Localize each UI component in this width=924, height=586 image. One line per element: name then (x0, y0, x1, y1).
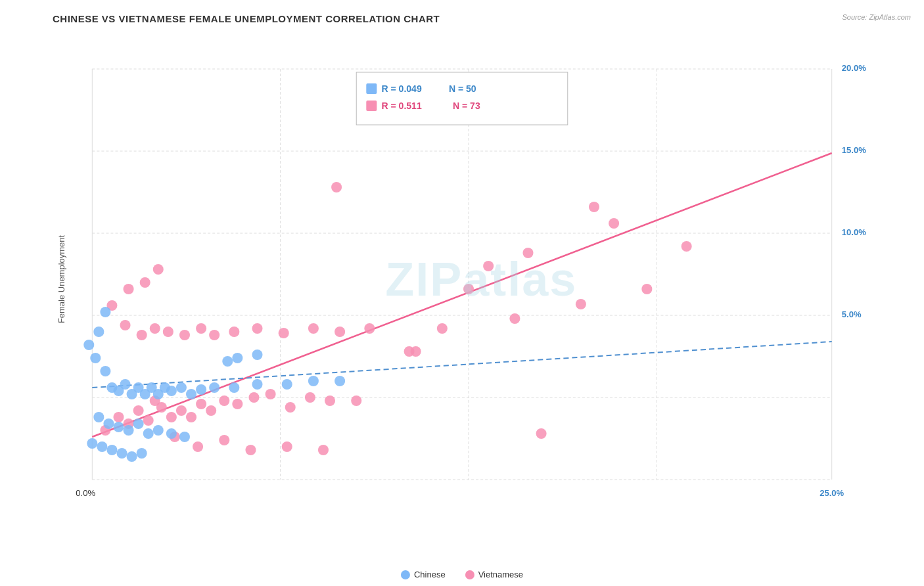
svg-point-125 (335, 376, 345, 386)
svg-point-104 (93, 412, 104, 422)
svg-point-74 (509, 313, 520, 324)
chinese-legend-dot (401, 570, 410, 579)
svg-point-48 (124, 284, 134, 294)
svg-point-60 (279, 328, 289, 338)
svg-point-31 (143, 415, 154, 426)
svg-text:R = 0.049: R = 0.049 (381, 83, 422, 94)
svg-point-64 (331, 182, 342, 192)
svg-text:10.0%: 10.0% (842, 227, 866, 237)
svg-point-122 (222, 356, 233, 367)
scatter-chart: 20.0% 15.0% 10.0% 5.0% 0.0% 25.0% Female… (53, 30, 871, 529)
svg-rect-22 (366, 101, 377, 111)
legend-item-chinese: Chinese (401, 570, 446, 579)
svg-point-103 (308, 376, 319, 386)
svg-point-115 (106, 445, 117, 455)
svg-point-51 (120, 320, 130, 330)
svg-point-50 (153, 264, 164, 275)
svg-point-101 (252, 379, 262, 390)
svg-rect-18 (356, 72, 568, 125)
svg-point-68 (589, 202, 599, 212)
svg-point-73 (437, 323, 448, 334)
svg-point-82 (318, 445, 329, 455)
svg-point-100 (229, 382, 239, 393)
svg-point-78 (193, 441, 203, 452)
svg-point-112 (179, 432, 190, 442)
svg-point-69 (609, 218, 619, 229)
svg-point-97 (186, 389, 196, 399)
svg-point-114 (97, 441, 107, 452)
legend-item-vietnamese: Vietnamese (465, 570, 523, 579)
svg-point-49 (140, 277, 150, 288)
svg-point-96 (176, 382, 187, 393)
svg-point-54 (163, 327, 173, 337)
svg-point-113 (87, 438, 97, 449)
svg-point-53 (150, 323, 160, 334)
svg-point-76 (536, 428, 547, 439)
chart-area: ZIPatlas 20.0% 15.0% 10.0% 5.0% 0.0% 25.… (53, 30, 871, 529)
vietnamese-legend-label: Vietnamese (478, 570, 523, 579)
svg-point-56 (196, 323, 206, 334)
svg-rect-19 (366, 83, 377, 94)
svg-point-80 (245, 445, 256, 455)
svg-point-118 (137, 448, 147, 459)
svg-point-42 (266, 389, 276, 399)
svg-point-102 (282, 379, 292, 390)
svg-point-41 (248, 392, 259, 403)
svg-point-35 (176, 405, 187, 416)
svg-point-45 (325, 395, 335, 406)
svg-point-108 (133, 418, 144, 429)
svg-point-88 (120, 379, 130, 390)
svg-point-119 (83, 340, 94, 350)
svg-point-71 (641, 284, 652, 294)
svg-point-67 (463, 284, 474, 294)
svg-text:R =  0.511: R = 0.511 (381, 101, 422, 111)
svg-point-43 (285, 402, 296, 413)
svg-point-55 (179, 330, 190, 340)
svg-text:Female Unemployment: Female Unemployment (57, 235, 66, 324)
svg-point-62 (335, 327, 345, 337)
chinese-legend-label: Chinese (414, 570, 446, 579)
svg-point-83 (411, 346, 421, 357)
svg-point-57 (209, 330, 219, 340)
svg-point-59 (252, 323, 262, 334)
source-text: Source: ZipAtlas.com (842, 13, 911, 21)
svg-point-46 (351, 395, 361, 406)
svg-point-75 (576, 299, 586, 309)
svg-point-107 (124, 425, 134, 436)
svg-point-98 (196, 384, 206, 395)
svg-point-34 (166, 412, 177, 422)
svg-point-44 (305, 392, 315, 403)
svg-text:25.0%: 25.0% (820, 488, 844, 498)
svg-text:5.0%: 5.0% (842, 309, 862, 319)
svg-point-84 (90, 353, 101, 363)
svg-point-33 (156, 402, 167, 413)
svg-point-70 (681, 241, 692, 252)
svg-point-66 (522, 248, 533, 258)
svg-point-106 (113, 422, 124, 432)
svg-point-116 (116, 448, 127, 459)
svg-point-38 (206, 405, 216, 416)
svg-point-123 (232, 353, 243, 363)
svg-point-28 (113, 412, 124, 422)
svg-text:N = 73: N = 73 (453, 101, 480, 111)
svg-point-121 (100, 307, 110, 317)
svg-text:0.0%: 0.0% (76, 488, 95, 498)
svg-point-117 (127, 451, 137, 462)
svg-point-40 (232, 399, 243, 409)
svg-point-99 (209, 382, 219, 393)
svg-point-111 (166, 428, 177, 439)
svg-point-65 (483, 261, 494, 271)
svg-point-63 (364, 323, 375, 334)
svg-text:20.0%: 20.0% (842, 63, 866, 73)
svg-point-61 (308, 323, 319, 334)
svg-point-81 (282, 441, 292, 452)
svg-point-52 (137, 330, 147, 340)
vietnamese-legend-dot (465, 570, 474, 579)
svg-point-85 (100, 366, 110, 376)
svg-point-120 (93, 327, 104, 337)
svg-point-95 (166, 386, 177, 396)
svg-point-109 (143, 428, 154, 439)
svg-point-79 (219, 435, 229, 445)
svg-point-105 (103, 418, 114, 429)
svg-text:15.0%: 15.0% (842, 145, 866, 155)
